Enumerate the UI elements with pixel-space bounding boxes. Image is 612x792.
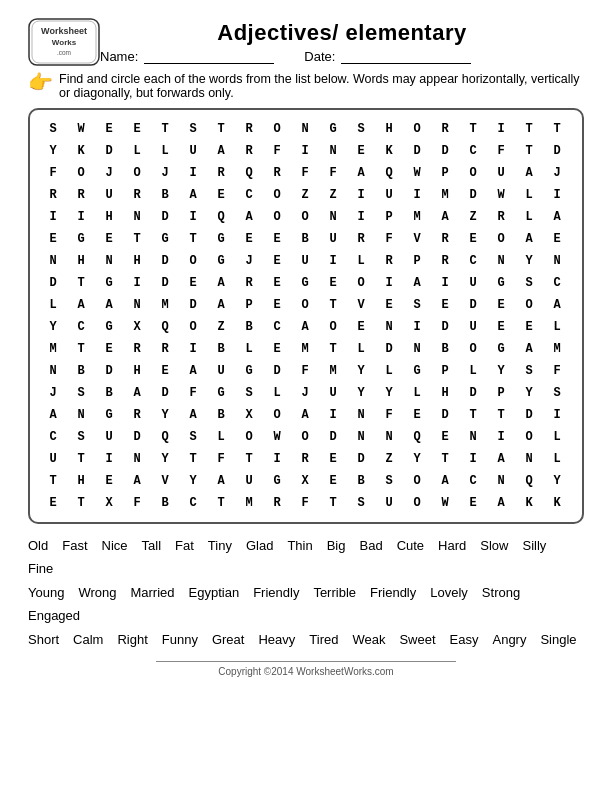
grid-cell: T (236, 448, 262, 470)
grid-cell: A (488, 448, 514, 470)
grid-cell: Z (320, 184, 346, 206)
grid-cell: D (348, 448, 374, 470)
grid-cell: O (320, 316, 346, 338)
word-item: Calm (73, 628, 103, 651)
grid-cell: Q (516, 470, 542, 492)
grid-cell: T (460, 404, 486, 426)
grid-cell: W (488, 184, 514, 206)
grid-cell: D (152, 206, 178, 228)
grid-cell: U (180, 140, 206, 162)
grid-cell: D (460, 184, 486, 206)
instructions-text: Find and circle each of the words from t… (59, 72, 584, 100)
word-list-row: OldFastNiceTallFatTinyGladThinBigBadCute… (28, 534, 584, 581)
word-item: Engaged (28, 604, 80, 627)
word-item: Great (212, 628, 245, 651)
grid-cell: U (236, 470, 262, 492)
grid-cell: N (488, 250, 514, 272)
grid-cell: Y (404, 448, 430, 470)
word-item: Strong (482, 581, 520, 604)
grid-cell: R (124, 404, 150, 426)
grid-cell: I (180, 338, 206, 360)
grid-cell: Q (236, 162, 262, 184)
date-label: Date: (304, 49, 335, 64)
grid-cell: A (544, 294, 570, 316)
grid-cell: I (460, 448, 486, 470)
grid-cell: N (488, 470, 514, 492)
grid-cell: N (68, 404, 94, 426)
grid-cell: E (96, 338, 122, 360)
grid-cell: L (152, 140, 178, 162)
grid-cell: T (180, 228, 206, 250)
title-block: Adjectives/ elementary Name: Date: (100, 20, 584, 64)
grid-cell: T (180, 448, 206, 470)
grid-cell: Y (516, 382, 542, 404)
grid-cell: A (292, 316, 318, 338)
grid-cell: G (488, 272, 514, 294)
word-item: Hard (438, 534, 466, 557)
grid-cell: C (544, 272, 570, 294)
grid-cell: Y (376, 382, 402, 404)
grid-cell: A (404, 272, 430, 294)
grid-cell: I (68, 206, 94, 228)
grid-cell: N (96, 250, 122, 272)
grid-cell: E (460, 228, 486, 250)
grid-cell: T (68, 492, 94, 514)
grid-cell: A (292, 404, 318, 426)
grid-cell: N (40, 250, 66, 272)
word-item: Wrong (78, 581, 116, 604)
name-label: Name: (100, 49, 138, 64)
word-item: Egyptian (189, 581, 240, 604)
grid-cell: E (488, 294, 514, 316)
grid-cell: N (376, 316, 402, 338)
grid-cell: J (96, 162, 122, 184)
grid-cell: O (180, 250, 206, 272)
grid-cell: O (516, 294, 542, 316)
grid-cell: S (348, 118, 374, 140)
word-item: Friendly (370, 581, 416, 604)
grid-cell: D (404, 140, 430, 162)
word-list-row: ShortCalmRightFunnyGreatHeavyTiredWeakSw… (28, 628, 584, 651)
grid-cell: E (376, 294, 402, 316)
word-list-row: YoungWrongMarriedEgyptianFriendlyTerribl… (28, 581, 584, 628)
grid-cell: I (544, 404, 570, 426)
word-item: Cute (397, 534, 424, 557)
grid-cell: O (348, 272, 374, 294)
grid-cell: E (432, 294, 458, 316)
grid-cell: V (152, 470, 178, 492)
grid-cell: Q (208, 206, 234, 228)
grid-cell: A (208, 294, 234, 316)
grid-cell: A (180, 404, 206, 426)
footer-divider (156, 661, 456, 662)
grid-cell: O (516, 426, 542, 448)
grid-cell: S (180, 426, 206, 448)
grid-cell: G (96, 404, 122, 426)
grid-cell: K (376, 140, 402, 162)
grid-cell: D (124, 426, 150, 448)
word-item: Tall (142, 534, 162, 557)
grid-cell: T (40, 470, 66, 492)
grid-cell: T (544, 118, 570, 140)
grid-cell: D (180, 294, 206, 316)
grid-cell: R (124, 184, 150, 206)
grid-cell: E (264, 228, 290, 250)
word-item: Glad (246, 534, 273, 557)
grid-cell: X (124, 316, 150, 338)
grid-cell: F (544, 360, 570, 382)
word-item: Bad (360, 534, 383, 557)
grid-cell: L (404, 382, 430, 404)
grid-cell: A (348, 162, 374, 184)
grid-cell: Y (180, 470, 206, 492)
grid-cell: E (40, 492, 66, 514)
grid-cell: N (348, 404, 374, 426)
grid-cell: C (460, 250, 486, 272)
grid-cell: M (292, 338, 318, 360)
grid-cell: I (180, 206, 206, 228)
grid-cell: W (264, 426, 290, 448)
grid-cell: G (152, 228, 178, 250)
grid-cell: N (40, 360, 66, 382)
grid-cell: Q (152, 426, 178, 448)
grid-cell: I (404, 184, 430, 206)
grid-cell: T (320, 338, 346, 360)
grid-cell: I (544, 184, 570, 206)
grid-cell: R (68, 184, 94, 206)
